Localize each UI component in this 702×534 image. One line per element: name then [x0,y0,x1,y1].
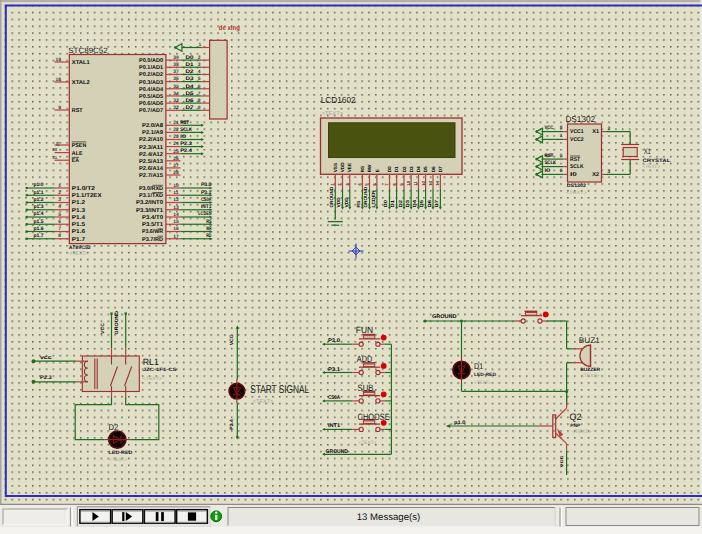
svg-text:8: 8 [560,125,563,131]
svg-text:P1.1/T2EX: P1.1/T2EX [72,192,102,199]
svg-text:5: 5 [560,153,563,159]
svg-text:3: 3 [198,62,201,68]
svg-text:1: 1 [58,183,61,189]
svg-text:D2: D2 [108,422,118,432]
svg-text:VDD: VDD [336,197,341,208]
svg-text:P0.4/AD4: P0.4/AD4 [139,86,164,93]
svg-text:P2.2/A10: P2.2/A10 [139,136,163,143]
svg-text:XTAL2: XTAL2 [72,80,90,86]
svg-text:13 Message(s): 13 Message(s) [357,512,420,523]
svg-text:1: 1 [560,133,563,139]
svg-text:P1.6: P1.6 [72,229,85,235]
svg-text:SCLK: SCLK [570,164,584,170]
svg-text:7: 7 [198,91,201,97]
svg-text:vcc: vcc [40,355,52,361]
svg-text:D4: D4 [416,166,421,172]
svg-text:RS: RS [360,166,365,173]
svg-text:VCC: VCC [100,322,106,334]
svg-text:P2.1/A9: P2.1/A9 [142,129,163,136]
svg-text:D7: D7 [438,166,443,172]
svg-text:11: 11 [173,190,178,196]
svg-text:D5: D5 [419,200,424,208]
svg-text:D7: D7 [434,200,439,208]
svg-text:12: 12 [421,180,426,185]
svg-text:4: 4 [198,69,201,75]
svg-text:D5: D5 [185,91,193,97]
svg-text:34: 34 [173,91,179,97]
svg-text:BUZZER: BUZZER [580,367,601,373]
svg-text:VDD: VDD [340,162,345,173]
svg-text:D3: D3 [405,200,410,208]
svg-text:EA: EA [72,158,79,164]
svg-text:P0.1/AD1: P0.1/AD1 [139,64,163,71]
svg-text:SCLK: SCLK [180,127,192,133]
svg-text:17: 17 [173,234,179,240]
svg-text:36: 36 [173,76,179,82]
svg-text:29: 29 [55,141,60,146]
svg-text:SCLK: SCLK [545,160,557,166]
svg-text:CHOOSE: CHOOSE [358,412,390,422]
svg-text:START SIGNAL: START SIGNAL [250,384,309,396]
svg-text:INT1: INT1 [201,204,212,210]
svg-text:VCC2: VCC2 [570,137,584,143]
svg-text:3: 3 [58,197,61,203]
svg-text:D1: D1 [474,361,483,371]
svg-text:RS: RS [356,201,361,208]
svg-text:P3.2/INT0: P3.2/INT0 [136,199,163,206]
svg-text:P1.4: P1.4 [72,215,86,221]
svg-text:JZC-1F1-CS: JZC-1F1-CS [143,367,178,373]
svg-text:VEE: VEE [348,163,353,172]
svg-text:10: 10 [406,180,411,185]
svg-text:P2.6/A14: P2.6/A14 [139,165,164,172]
svg-text:27: 27 [173,163,179,169]
svg-text:<TEXT>: <TEXT> [359,440,377,446]
svg-text:P3.0: P3.0 [201,182,212,188]
svg-text:P3.1: P3.1 [201,190,212,196]
svg-text:11: 11 [414,181,419,186]
svg-text:3: 3 [608,169,611,175]
svg-text:32: 32 [173,105,179,111]
svg-text:P2.3/A11: P2.3/A11 [139,144,163,151]
svg-text:14: 14 [435,180,440,185]
svg-text:DS1302: DS1302 [565,114,595,124]
svg-text:LCDEN: LCDEN [371,190,376,208]
svg-text:VDD: VDD [344,197,349,208]
svg-text:<TEXT>: <TEXT> [642,164,660,170]
svg-text:15: 15 [173,219,179,225]
svg-text:CS0A: CS0A [328,395,340,401]
svg-text:19: 19 [56,57,62,63]
svg-text:10: 10 [173,183,179,189]
svg-text:RW: RW [367,164,372,172]
svg-text:25: 25 [173,149,179,155]
svg-text:6: 6 [58,219,61,225]
svg-text:p1.0: p1.0 [34,182,44,188]
svg-text:<TEXT>: <TEXT> [474,380,491,386]
svg-text:<TEXT>: <TEXT> [322,111,343,117]
svg-text:P0.0/AD0: P0.0/AD0 [139,57,163,64]
svg-text:P2.5/A13: P2.5/A13 [139,158,163,165]
svg-text:CRYSTAL: CRYSTAL [642,158,670,164]
svg-text:RST: RST [570,157,581,163]
svg-text:D2: D2 [185,69,193,75]
svg-text:E: E [375,169,380,172]
svg-text:P3.0/RXD: P3.0/RXD [139,185,163,192]
svg-text:D4: D4 [185,84,193,90]
svg-text:1: 1 [199,42,202,48]
svg-text:P2.4/A12: P2.4/A12 [139,151,163,158]
svg-text:28: 28 [173,170,179,176]
svg-text:PSEN: PSEN [72,143,86,149]
svg-text:IO: IO [545,168,551,174]
svg-text:24: 24 [173,141,179,147]
svg-text:P3.0: P3.0 [328,338,340,344]
svg-text:22: 22 [173,127,179,133]
svg-text:D7: D7 [185,105,193,111]
svg-text:p1.5: p1.5 [34,219,44,225]
svg-text:<TEXT>: <TEXT> [566,190,587,196]
svg-text:P2.3: P2.3 [40,375,52,381]
svg-text:D0: D0 [387,166,392,172]
svg-text:SUB: SUB [358,383,374,393]
svg-text:GROUND: GROUND [329,186,334,207]
svg-text:2: 2 [608,126,611,132]
svg-text:P0.7/AD7: P0.7/AD7 [139,107,163,114]
svg-text:14: 14 [173,212,179,218]
